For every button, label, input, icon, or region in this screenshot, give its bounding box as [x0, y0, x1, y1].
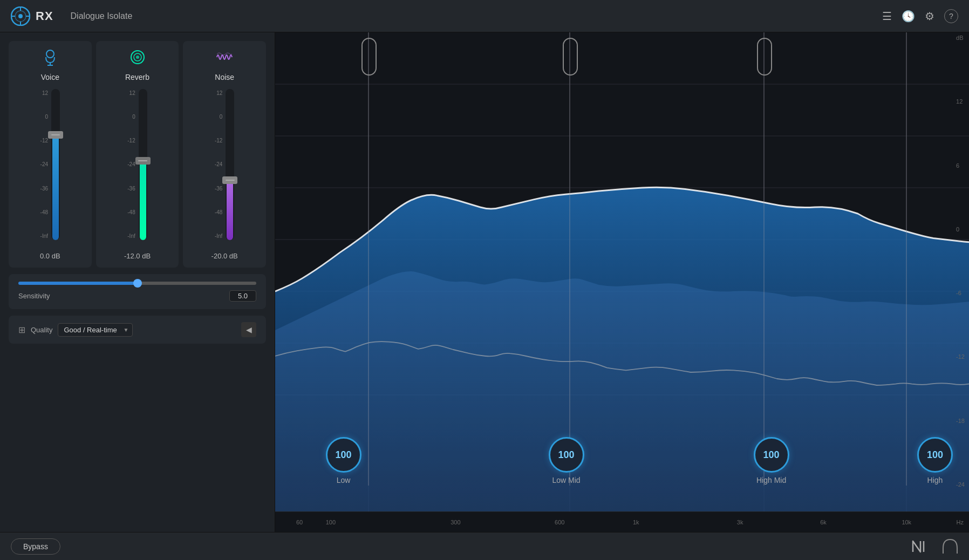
- noise-meter-area: 120-12-24-36-48-Inf: [188, 89, 261, 247]
- plugin-title: Dialogue Isolate: [71, 11, 133, 21]
- reverb-icon: [129, 49, 146, 70]
- voice-label: Voice: [41, 73, 59, 81]
- hz-300: 300: [451, 519, 460, 525]
- voice-fader-handle[interactable]: [48, 131, 63, 139]
- ni-symbol: [942, 538, 958, 555]
- quality-select-wrapper: Good / Real-time Better Best: [58, 323, 133, 337]
- reverb-db-value: -12.0 dB: [124, 252, 151, 260]
- low-mid-knob[interactable]: 100: [549, 437, 584, 473]
- voice-meter-area: 120-12-24-36-48-Inf: [14, 89, 86, 247]
- reverb-fader-track[interactable]: [139, 89, 147, 240]
- high-band: 100 High: [917, 437, 953, 484]
- voice-db-value: 0.0 dB: [40, 252, 60, 260]
- channel-strips: Voice 120-12-24-36-48-Inf 0.0 dB: [0, 32, 275, 274]
- noise-db-value: -20.0 dB: [211, 252, 238, 260]
- noise-fader-fill: [227, 176, 233, 240]
- spectrum-svg: [275, 32, 969, 511]
- app-name: RX: [36, 9, 53, 23]
- reverb-channel: Reverb 120-12-24-36-48-Inf -12.0 dB: [96, 41, 179, 268]
- hz-unit: Hz: [957, 519, 964, 525]
- bypass-button[interactable]: Bypass: [11, 538, 60, 555]
- header-actions: ☰ 🕓 ⚙ ?: [882, 9, 958, 23]
- low-band-label: Low: [337, 476, 351, 484]
- sensitivity-slider-row: [18, 282, 256, 285]
- low-knob[interactable]: 100: [326, 437, 361, 473]
- low-mid-band-label: Low Mid: [552, 476, 580, 484]
- voice-icon: [42, 49, 59, 70]
- quality-icon: ⊞: [18, 325, 25, 335]
- quality-panel: ⊞ Quality Good / Real-time Better Best ◀: [9, 316, 266, 344]
- hz-600: 600: [555, 519, 564, 525]
- low-mid-band: 100 Low Mid: [549, 437, 584, 484]
- voice-fader-fill: [52, 131, 59, 240]
- noise-meter-labels: 120-12-24-36-48-Inf: [215, 89, 222, 240]
- quality-label: Quality: [31, 326, 52, 334]
- settings-icon[interactable]: ⚙: [925, 10, 934, 23]
- ni-logo: [911, 538, 958, 555]
- voice-fader-track[interactable]: [51, 89, 60, 240]
- low-band: 100 Low: [326, 437, 361, 484]
- band-handle-3[interactable]: [757, 38, 772, 76]
- hz-axis: 60 100 300 600 1k 3k 6k 10k Hz: [275, 511, 969, 532]
- high-mid-band-label: High Mid: [756, 476, 786, 484]
- left-panel: Voice 120-12-24-36-48-Inf 0.0 dB: [0, 32, 275, 532]
- high-mid-knob[interactable]: 100: [754, 437, 789, 473]
- high-mid-band: 100 High Mid: [754, 437, 789, 484]
- hz-60: 60: [296, 519, 303, 525]
- band-handle-2[interactable]: [563, 38, 578, 76]
- sensitivity-label: Sensitivity: [18, 292, 50, 300]
- noise-fader-handle[interactable]: [222, 176, 237, 184]
- history-icon[interactable]: 🕓: [902, 10, 915, 23]
- high-band-label: High: [927, 476, 943, 484]
- high-knob[interactable]: 100: [917, 437, 953, 473]
- quality-select[interactable]: Good / Real-time Better Best: [58, 323, 133, 337]
- reverb-fader-handle[interactable]: [135, 157, 151, 165]
- voice-meter-labels: 120-12-24-36-48-Inf: [40, 89, 48, 240]
- footer: Bypass: [0, 532, 969, 560]
- noise-fader-track[interactable]: [226, 89, 234, 240]
- voice-channel: Voice 120-12-24-36-48-Inf 0.0 dB: [9, 41, 92, 268]
- reverb-fader-fill: [140, 157, 146, 240]
- header: RX Dialogue Isolate ☰ 🕓 ⚙ ?: [0, 0, 969, 32]
- hz-3k: 3k: [737, 519, 743, 525]
- noise-label: Noise: [215, 73, 234, 81]
- reverb-meter-area: 120-12-24-36-48-Inf: [101, 89, 174, 247]
- sensitivity-panel: Sensitivity: [9, 274, 266, 309]
- menu-icon[interactable]: ☰: [882, 10, 892, 23]
- hz-6k: 6k: [820, 519, 827, 525]
- ni-logo-icon: [911, 539, 938, 554]
- sensitivity-row: Sensitivity: [18, 290, 256, 302]
- hz-100: 100: [326, 519, 336, 525]
- reverb-label: Reverb: [125, 73, 149, 81]
- sensitivity-value-input[interactable]: [229, 290, 256, 302]
- quality-back-button[interactable]: ◀: [241, 322, 256, 337]
- band-handle-1[interactable]: [361, 38, 377, 76]
- rx-logo-icon: [11, 6, 30, 26]
- noise-icon: [216, 49, 233, 70]
- help-icon[interactable]: ?: [944, 9, 958, 23]
- eq-canvas: dB 12 6 0 -6 -12 -18 -24 100 Low 100: [275, 32, 969, 511]
- svg-point-7: [46, 50, 54, 58]
- eq-area: dB 12 6 0 -6 -12 -18 -24 100 Low 100: [275, 32, 969, 532]
- svg-point-12: [136, 56, 139, 59]
- noise-channel: Noise 120-12-24-36-48-Inf -20.0 dB: [183, 41, 266, 268]
- hz-10k: 10k: [902, 519, 911, 525]
- main-content: Voice 120-12-24-36-48-Inf 0.0 dB: [0, 32, 969, 532]
- hz-labels-container: 60 100 300 600 1k 3k 6k 10k Hz: [275, 512, 969, 532]
- reverb-meter-labels: 120-12-24-36-48-Inf: [127, 89, 135, 240]
- hz-1k: 1k: [633, 519, 639, 525]
- sensitivity-slider[interactable]: [18, 282, 256, 285]
- svg-point-2: [18, 14, 23, 18]
- logo-area: RX: [11, 6, 53, 26]
